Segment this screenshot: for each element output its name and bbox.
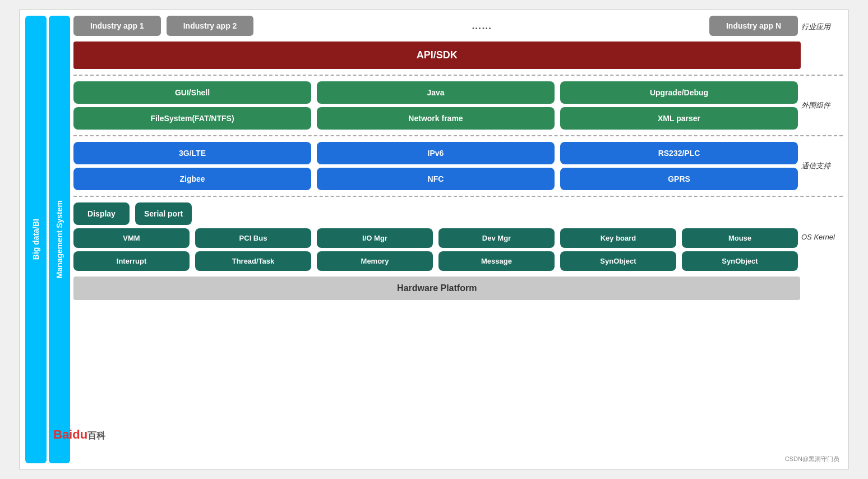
vmm: VMM [73,228,190,248]
peripheral-label: 外围组件 [798,95,843,116]
zigbee: Zigbee [73,168,311,190]
synobject1: SynObject [560,251,676,271]
divider1 [73,75,843,76]
big-data-label: Big data/BI [31,219,40,260]
comms-section: 3G/LTE IPv6 RS232/PLC Zigbee NFC GPRS [73,142,798,190]
management-bar: Management System [49,16,70,463]
outer-container: Big data/BI Management System Industry a… [25,16,843,463]
serial-port: Serial port [135,202,192,225]
industry-appN: Industry app N [709,16,798,36]
industry-dots: …… [259,20,704,32]
pci-bus: PCI Bus [195,228,311,248]
industry-app2: Industry app 2 [167,16,254,36]
interrupt: Interrupt [73,251,190,271]
os-row1: Display Serial port [73,202,798,225]
hardware-platform: Hardware Platform [73,277,800,300]
comms-row1: 3G/LTE IPv6 RS232/PLC [73,142,798,164]
baidu-text-suffix: 百科 [87,431,105,440]
os-row2: VMM PCI Bus I/O Mgr Dev Mgr Key board Mo… [73,228,798,248]
xml-parser: XML parser [560,107,798,130]
filesystem: FileSystem(FAT/NTFS) [73,107,311,130]
os-section: Display Serial port VMM PCI Bus I/O Mgr … [73,202,798,271]
comms-row2: Zigbee NFC GPRS [73,168,798,190]
keyboard: Key board [560,228,676,248]
os-row3: Interrupt Thread/Task Memory Message Syn… [73,251,798,271]
main-content: Industry app 1 Industry app 2 …… Industr… [73,16,843,463]
gui-shell: GUI/Shell [73,81,311,104]
management-label: Management System [55,200,64,278]
java: Java [317,81,555,104]
memory: Memory [317,251,433,271]
message: Message [438,251,555,271]
big-data-bar: Big data/BI [25,16,47,463]
peripheral-row2: FileSystem(FAT/NTFS) Network frame XML p… [73,107,798,130]
nfc: NFC [317,168,555,190]
baidu-text-red: du [72,427,87,441]
io-mgr: I/O Mgr [317,228,433,248]
baidu-text-blue: Bai [53,427,72,441]
comms-label: 通信支持 [798,155,843,177]
thread-task: Thread/Task [195,251,311,271]
rs232-plc: RS232/PLC [560,142,798,164]
csdn-watermark: CSDN@黑洞守门员 [785,455,839,463]
diagram-wrapper: Big data/BI Management System Industry a… [19,10,849,469]
3g-lte: 3G/LTE [73,142,311,164]
industry-app1: Industry app 1 [73,16,161,36]
dev-mgr: Dev Mgr [438,228,555,248]
divider3 [73,196,843,197]
display: Display [73,202,130,225]
network-frame: Network frame [317,107,555,130]
gprs: GPRS [560,168,798,190]
industry-row: Industry app 1 Industry app 2 …… Industr… [73,16,798,36]
left-sidebar: Big data/BI Management System [25,16,70,463]
ipv6: IPv6 [317,142,555,164]
peripheral-row1: GUI/Shell Java Upgrade/Debug [73,81,798,104]
industry-label: 行业应用 [798,16,843,38]
peripheral-section: GUI/Shell Java Upgrade/Debug FileSystem(… [73,81,798,130]
mouse: Mouse [682,228,798,248]
industry-section: Industry app 1 Industry app 2 …… Industr… [73,16,798,38]
os-label: OS Kernel [798,227,843,247]
api-sdk-bar: API/SDK [73,42,801,69]
synobject2: SynObject [682,251,798,271]
upgrade-debug: Upgrade/Debug [560,81,798,104]
baidu-watermark: Baidu百科 [53,427,105,442]
divider2 [73,135,843,136]
